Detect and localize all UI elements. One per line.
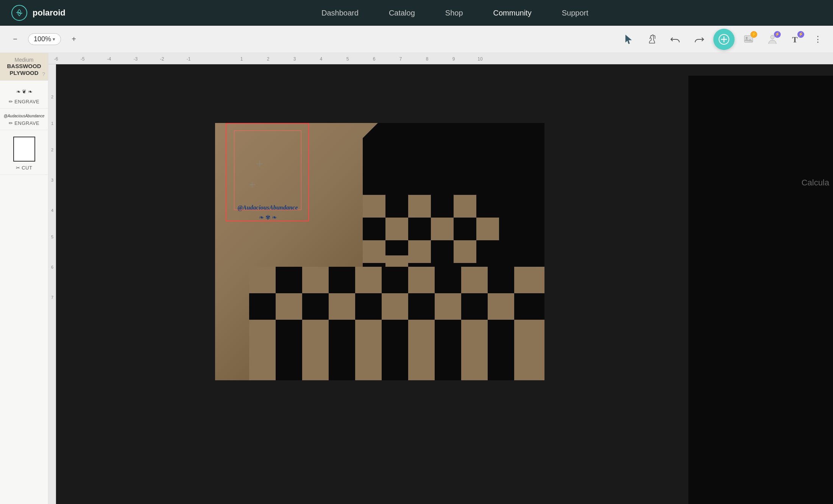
toolbar: − 100% ▾ +: [0, 26, 833, 53]
image-tool-button[interactable]: ⚡: [740, 30, 758, 48]
svg-rect-40: [476, 218, 499, 240]
svg-rect-49: [408, 267, 435, 293]
svg-rect-43: [454, 240, 476, 263]
wreath-decoration: ❧ ✾ ❧: [230, 211, 306, 225]
svg-text:1: 1: [240, 56, 243, 62]
text-pencil-icon: ✏: [9, 120, 13, 126]
zoom-chevron: ▾: [53, 36, 55, 42]
logo-area: polaroid: [0, 5, 77, 21]
svg-text:5: 5: [346, 56, 349, 62]
svg-rect-35: [363, 195, 385, 218]
inner-selection-box: [234, 131, 301, 210]
svg-rect-53: [329, 293, 355, 320]
brand-text: @AudaciousAbundance: [237, 204, 298, 211]
svg-text:2: 2: [267, 56, 270, 62]
svg-text:❧ ❦ ❧: ❧ ❦ ❧: [16, 89, 32, 95]
more-options-button[interactable]: ⋮: [810, 32, 825, 47]
svg-rect-48: [355, 267, 382, 293]
svg-rect-50: [461, 267, 488, 293]
wreath-pencil-icon: ✏: [9, 99, 13, 104]
cutout-mid-right: [363, 195, 544, 278]
svg-text:6: 6: [373, 56, 376, 62]
svg-rect-51: [514, 267, 544, 293]
sidebar-item-rect: ✂ CUT: [0, 130, 48, 175]
material-selector[interactable]: Medium BASSWOODPLYWOOD ?: [0, 53, 48, 81]
svg-rect-42: [408, 240, 431, 263]
canvas-wrapper: -6 -5 -4 -3 -2 -1 1 2 3 4 5 6 7 8 9 10 2…: [48, 53, 833, 504]
image-lightning-badge: ⚡: [750, 31, 757, 38]
nav-support[interactable]: Support: [562, 6, 588, 20]
material-help[interactable]: ?: [42, 71, 45, 77]
text-tool-button[interactable]: T ⚡: [787, 30, 805, 48]
svg-text:1: 1: [51, 121, 53, 126]
svg-text:9: 9: [452, 56, 455, 62]
svg-text:7: 7: [399, 56, 402, 62]
zoom-value: 100%: [34, 35, 51, 43]
nav-dashboard[interactable]: Dashboard: [321, 6, 359, 20]
app-logo-text: polaroid: [33, 8, 66, 18]
svg-rect-38: [385, 218, 408, 240]
svg-text:3: 3: [51, 178, 53, 182]
design-overlay: @AudaciousAbundance ❧ ✾ ❧: [226, 204, 310, 225]
right-dark-border: [688, 76, 833, 504]
pan-tool-button[interactable]: [643, 30, 661, 48]
text-preview: @AudaciousAbundance: [5, 114, 43, 118]
svg-rect-45: [249, 267, 544, 380]
svg-text:5: 5: [51, 235, 53, 239]
person-tool-button[interactable]: ⚡: [763, 30, 782, 48]
sidebar-item-text: @AudaciousAbundance ✏ ENGRAVE: [0, 109, 48, 130]
svg-rect-9: [14, 137, 35, 161]
material-name: BASSWOODPLYWOOD: [5, 63, 44, 76]
svg-rect-47: [302, 267, 329, 293]
ruler-left: 2 1 2 3 4 5 6 7: [48, 64, 56, 504]
text-lightning-badge: ⚡: [797, 31, 804, 38]
cursor-tool-button[interactable]: [619, 30, 638, 48]
svg-rect-52: [276, 293, 302, 320]
zoom-minus-button[interactable]: −: [8, 32, 23, 47]
svg-text:-3: -3: [134, 56, 138, 62]
cut-scissor-icon: ✂: [16, 165, 20, 171]
cutout-bottom: [249, 267, 544, 380]
app-logo-icon[interactable]: [11, 5, 27, 21]
svg-text:-2: -2: [160, 56, 164, 62]
svg-rect-54: [382, 293, 408, 320]
svg-rect-58: [302, 320, 329, 380]
svg-text:4: 4: [51, 208, 53, 213]
rect-preview: [5, 135, 43, 163]
material-canvas: @AudaciousAbundance ❧ ✾ ❧: [215, 123, 544, 380]
svg-rect-37: [454, 195, 476, 218]
top-navigation: polaroid Dashboard Catalog Shop Communit…: [0, 0, 833, 26]
svg-text:2: 2: [51, 95, 53, 99]
zoom-plus-button[interactable]: +: [66, 32, 81, 47]
zoom-control[interactable]: 100% ▾: [28, 33, 61, 45]
svg-rect-57: [249, 320, 276, 380]
svg-text:3: 3: [293, 56, 296, 62]
svg-text:-1: -1: [187, 56, 191, 62]
svg-text:4: 4: [320, 56, 323, 62]
nav-catalog[interactable]: Catalog: [389, 6, 415, 20]
add-design-button[interactable]: [713, 29, 735, 50]
svg-text:7: 7: [51, 295, 53, 300]
ruler-top: -6 -5 -4 -3 -2 -1 1 2 3 4 5 6 7 8 9 10: [48, 53, 833, 64]
main-nav: Dashboard Catalog Shop Community Support: [77, 6, 833, 20]
redo-button[interactable]: [690, 30, 708, 48]
svg-text:2: 2: [51, 148, 53, 152]
svg-text:-4: -4: [107, 56, 111, 62]
cutout-top-right: [363, 123, 544, 195]
nav-shop[interactable]: Shop: [445, 6, 463, 20]
svg-rect-36: [408, 195, 431, 218]
canvas-content: @AudaciousAbundance ❧ ✾ ❧: [56, 64, 833, 504]
nav-community[interactable]: Community: [493, 6, 532, 20]
svg-point-6: [771, 35, 774, 39]
text-preview-value: @AudaciousAbundance: [4, 114, 44, 118]
svg-text:T: T: [792, 35, 798, 44]
svg-text:10: 10: [477, 56, 483, 62]
person-lightning-badge: ⚡: [774, 31, 781, 38]
svg-rect-61: [461, 320, 488, 380]
crosshair-1: [257, 161, 263, 168]
svg-rect-59: [355, 320, 382, 380]
material-quality: Medium: [5, 57, 44, 63]
svg-text:-6: -6: [54, 56, 58, 62]
undo-button[interactable]: [666, 30, 685, 48]
crosshair-2: [249, 182, 255, 189]
